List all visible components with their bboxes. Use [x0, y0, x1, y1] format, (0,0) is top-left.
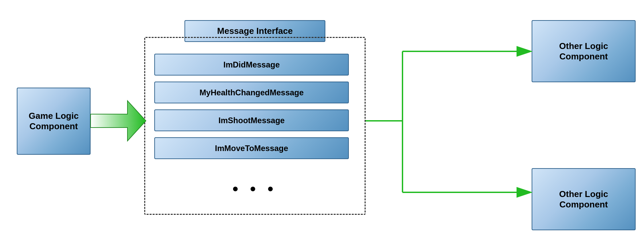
other-logic-top-label: Other Logic Component: [559, 41, 608, 62]
diagram-container: Game Logic Component Message Interface I…: [0, 0, 644, 242]
message-item-2: ImShootMessage: [154, 109, 349, 131]
message-label-2: ImShootMessage: [218, 116, 284, 125]
main-arrow: [91, 101, 146, 141]
game-logic-box: Game Logic Component: [17, 88, 91, 155]
other-logic-bottom-label: Other Logic Component: [559, 189, 608, 210]
message-label-0: ImDidMessage: [223, 60, 280, 69]
message-item-1: MyHealthChangedMessage: [154, 82, 349, 103]
message-item-0: ImDidMessage: [154, 54, 349, 76]
message-interface-container: Message Interface ImDidMessage MyHealthC…: [144, 20, 366, 215]
game-logic-label: Game Logic Component: [29, 111, 79, 132]
other-logic-top-box: Other Logic Component: [532, 20, 636, 82]
message-label-3: ImMoveToMessage: [215, 144, 288, 153]
message-item-3: ImMoveToMessage: [154, 137, 349, 159]
other-logic-bottom-box: Other Logic Component: [532, 168, 636, 230]
message-label-1: MyHealthChangedMessage: [200, 88, 304, 97]
message-items-list: ImDidMessage MyHealthChangedMessage ImSh…: [154, 54, 356, 159]
ellipsis-dots: ● ● ●: [232, 182, 278, 195]
message-interface-text: Message Interface: [217, 26, 292, 36]
